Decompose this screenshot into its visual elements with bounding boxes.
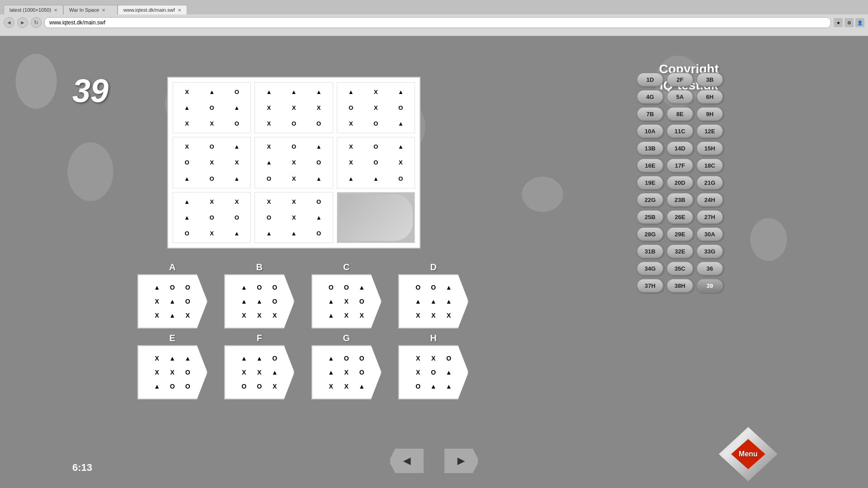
tool-2-icon[interactable]: 👤	[855, 18, 864, 27]
tab-1-close[interactable]: ✕	[54, 8, 57, 13]
tab-3[interactable]: www.iqtest.dk/main.swf ✕	[118, 5, 187, 14]
nav-pill-18C[interactable]: 18C	[696, 158, 723, 173]
nav-pill-11C[interactable]: 11C	[666, 124, 693, 138]
nav-pill-2F[interactable]: 2F	[666, 72, 693, 87]
puzzle-cell-8	[337, 192, 415, 243]
answer-option-D[interactable]: DOO▲▲▲▲XXX	[392, 262, 475, 328]
answer-option-C[interactable]: COO▲▲XO▲XX	[305, 262, 388, 328]
nav-pill-22G[interactable]: 22G	[637, 192, 664, 207]
answer-option-F[interactable]: F▲▲OXX▲OOX	[218, 333, 301, 399]
answer-sym-C-0: O	[324, 281, 338, 294]
symbol-0-0: X	[175, 84, 199, 99]
tab-1[interactable]: latest (1000×1050) ✕	[4, 5, 63, 14]
nav-pill-20D[interactable]: 20D	[666, 175, 693, 190]
nav-pill-19E[interactable]: 19E	[637, 175, 664, 190]
symbol-3-8: ▲	[225, 171, 249, 186]
answer-card-E[interactable]: X▲▲XXO▲OO	[137, 345, 208, 399]
answer-sym-G-5: O	[354, 366, 369, 379]
menu-inner[interactable]: Menu	[728, 436, 769, 472]
answer-card-D[interactable]: OO▲▲▲▲XXX	[398, 274, 468, 328]
answer-sym-A-1: O	[165, 281, 179, 294]
answer-sym-E-3: X	[150, 366, 164, 379]
tab-2-close[interactable]: ✕	[102, 8, 105, 13]
answer-sym-D-3: ▲	[411, 295, 425, 308]
nav-pill-7B[interactable]: 7B	[637, 107, 664, 121]
nav-pill-17F[interactable]: 17F	[666, 158, 693, 173]
nav-pill-38H[interactable]: 38H	[666, 278, 693, 293]
menu-diamond[interactable]: Menu	[719, 427, 778, 481]
nav-pill-5A[interactable]: 5A	[666, 89, 693, 104]
nav-pill-27H[interactable]: 27H	[696, 210, 723, 224]
next-button[interactable]: ►	[443, 447, 479, 474]
answer-sym-H-7: ▲	[426, 380, 441, 393]
star-icon[interactable]: ★	[834, 18, 843, 27]
nav-pill-28G[interactable]: 28G	[637, 227, 664, 241]
symbol-1-3: X	[257, 100, 281, 115]
answer-card-G[interactable]: ▲OO▲XOXX▲	[311, 345, 382, 399]
tool-1-icon[interactable]: ⚙	[844, 18, 854, 27]
nav-pill-37H[interactable]: 37H	[637, 278, 664, 293]
nav-pill-16E[interactable]: 16E	[637, 158, 664, 173]
nav-pill-34G[interactable]: 34G	[637, 261, 664, 276]
answer-option-G[interactable]: G▲OO▲XOXX▲	[305, 333, 388, 399]
symbol-4-4: X	[282, 155, 306, 170]
answer-option-A[interactable]: A▲OOX▲OX▲X	[131, 262, 214, 328]
forward-button[interactable]: ►	[17, 17, 28, 28]
nav-pill-12E[interactable]: 12E	[696, 124, 723, 138]
symbol-3-6: ▲	[175, 171, 199, 186]
answer-label-B: B	[256, 262, 263, 272]
prev-button[interactable]: ◄	[389, 447, 425, 474]
nav-pill-14D[interactable]: 14D	[666, 141, 693, 155]
nav-pill-26E[interactable]: 26E	[666, 210, 693, 224]
tab-3-close[interactable]: ✕	[178, 8, 181, 13]
nav-pill-39[interactable]: 39	[696, 278, 723, 293]
answer-sym-D-2: ▲	[442, 281, 456, 294]
nav-pill-36[interactable]: 36	[696, 261, 723, 276]
nav-pill-31B[interactable]: 31B	[637, 244, 664, 258]
answer-card-A[interactable]: ▲OOX▲OX▲X	[137, 274, 208, 328]
nav-pill-21G[interactable]: 21G	[696, 175, 723, 190]
diamond-shape[interactable]: Menu	[719, 427, 778, 481]
nav-pill-3B[interactable]: 3B	[696, 72, 723, 87]
nav-pill-6H[interactable]: 6H	[696, 89, 723, 104]
answer-option-H[interactable]: HXXOXO▲O▲▲	[392, 333, 475, 399]
back-button[interactable]: ◄	[4, 17, 14, 28]
nav-pill-24H[interactable]: 24H	[696, 192, 723, 207]
answer-card-B[interactable]: ▲OO▲▲OXXX	[224, 274, 294, 328]
nav-pill-13B[interactable]: 13B	[637, 141, 664, 155]
answer-sym-G-8: ▲	[354, 380, 369, 393]
nav-pill-33G[interactable]: 33G	[696, 244, 723, 258]
symbol-5-2: ▲	[389, 139, 413, 154]
symbol-1-5: X	[307, 100, 331, 115]
symbol-2-5: O	[389, 100, 413, 115]
nav-pill-30A[interactable]: 30A	[696, 227, 723, 241]
symbol-5-5: X	[389, 155, 413, 170]
tab-2[interactable]: War In Space ✕	[63, 5, 118, 14]
answer-card-C[interactable]: OO▲▲XO▲XX	[311, 274, 382, 328]
nav-pill-32E[interactable]: 32E	[666, 244, 693, 258]
nav-pill-35C[interactable]: 35C	[666, 261, 693, 276]
nav-pill-15H[interactable]: 15H	[696, 141, 723, 155]
nav-pill-8E[interactable]: 8E	[666, 107, 693, 121]
answer-option-E[interactable]: EX▲▲XXO▲OO	[131, 333, 214, 399]
nav-pill-25B[interactable]: 25B	[637, 210, 664, 224]
symbol-6-5: O	[225, 210, 249, 225]
answer-sym-A-0: ▲	[150, 281, 164, 294]
answer-card-F[interactable]: ▲▲OXX▲OOX	[224, 345, 294, 399]
answer-label-D: D	[430, 262, 437, 272]
answer-sym-A-3: X	[150, 295, 164, 308]
nav-pill-10A[interactable]: 10A	[637, 124, 664, 138]
puzzle-container: X▲O▲O▲XXO▲▲▲XXXXOO▲X▲OXOXO▲XO▲OXX▲O▲XO▲▲…	[167, 77, 420, 249]
symbol-5-6: ▲	[339, 171, 363, 186]
url-input[interactable]	[44, 17, 831, 28]
nav-pill-9H[interactable]: 9H	[696, 107, 723, 121]
nav-pill-23B[interactable]: 23B	[666, 192, 693, 207]
answer-sym-F-2: O	[268, 352, 282, 365]
nav-pill-29E[interactable]: 29E	[666, 227, 693, 241]
nav-pill-4G[interactable]: 4G	[637, 89, 664, 104]
answer-option-B[interactable]: B▲OO▲▲OXXX	[218, 262, 301, 328]
refresh-button[interactable]: ↻	[31, 17, 42, 28]
answer-card-H[interactable]: XXOXO▲O▲▲	[398, 345, 468, 399]
toolbar-icons: ★ ⚙ 👤	[834, 18, 864, 27]
nav-pill-1D[interactable]: 1D	[637, 72, 664, 87]
